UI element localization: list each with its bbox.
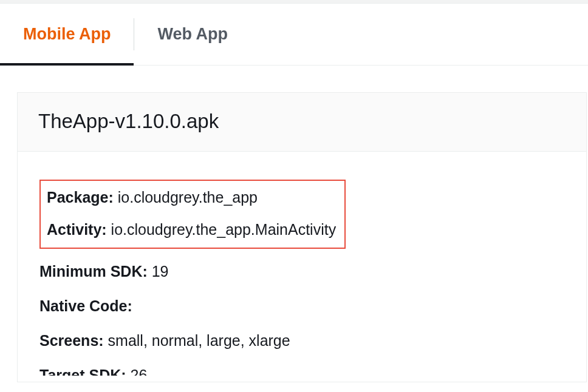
min-sdk-value: 19 bbox=[152, 263, 169, 280]
target-sdk-value: 26 bbox=[131, 367, 148, 376]
package-value: io.cloudgrey.the_app bbox=[118, 189, 258, 206]
tabs-container: Mobile App Web App bbox=[0, 4, 588, 66]
tab-mobile-app[interactable]: Mobile App bbox=[0, 4, 134, 65]
tab-web-app-label: Web App bbox=[157, 25, 228, 44]
panel-title: TheApp-v1.10.0.apk bbox=[38, 110, 566, 133]
detail-package: Package: io.cloudgrey.the_app bbox=[47, 187, 336, 208]
activity-label: Activity: bbox=[47, 221, 111, 238]
detail-target-sdk-cutoff: Target SDK: 26 bbox=[39, 365, 564, 376]
panel-header: TheApp-v1.10.0.apk bbox=[18, 93, 586, 152]
activity-value: io.cloudgrey.the_app.MainActivity bbox=[111, 221, 337, 238]
native-code-label: Native Code: bbox=[39, 297, 132, 314]
detail-activity: Activity: io.cloudgrey.the_app.MainActiv… bbox=[47, 219, 336, 240]
screens-value: small, normal, large, xlarge bbox=[108, 332, 290, 349]
tab-web-app[interactable]: Web App bbox=[134, 4, 251, 65]
detail-screens: Screens: small, normal, large, xlarge bbox=[39, 330, 564, 351]
package-label: Package: bbox=[47, 189, 118, 206]
panel-body: Package: io.cloudgrey.the_app Activity: … bbox=[18, 152, 586, 382]
detail-native-code: Native Code: bbox=[39, 296, 564, 317]
detail-min-sdk: Minimum SDK: 19 bbox=[39, 261, 564, 282]
screens-label: Screens: bbox=[39, 332, 108, 349]
detail-target-sdk: Target SDK: 26 bbox=[39, 365, 564, 376]
tab-mobile-app-label: Mobile App bbox=[23, 25, 111, 44]
app-details-panel: TheApp-v1.10.0.apk Package: io.cloudgrey… bbox=[17, 92, 587, 382]
target-sdk-label: Target SDK: bbox=[39, 367, 131, 376]
content-area: TheApp-v1.10.0.apk Package: io.cloudgrey… bbox=[0, 66, 588, 382]
min-sdk-label: Minimum SDK: bbox=[39, 263, 152, 280]
highlight-box: Package: io.cloudgrey.the_app Activity: … bbox=[39, 180, 346, 249]
